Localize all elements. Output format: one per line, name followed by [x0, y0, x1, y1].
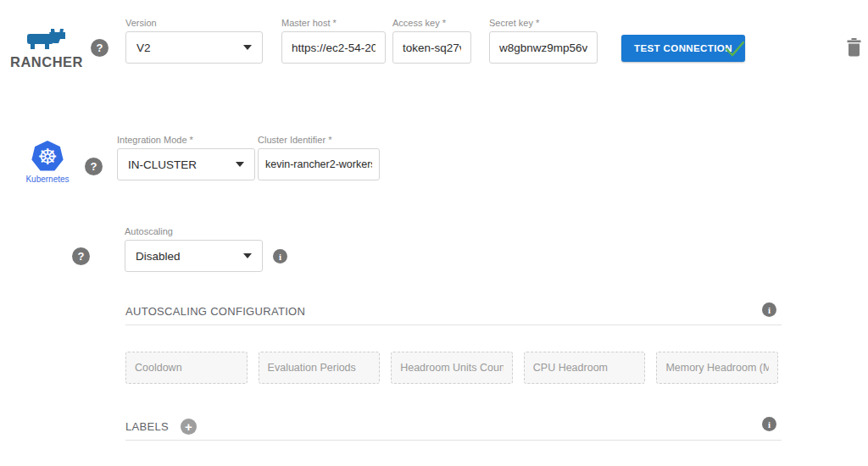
question-glyph: ? — [91, 160, 97, 173]
integration-mode-select[interactable]: IN-CLUSTER — [117, 148, 255, 180]
autoscaling-config-inputs-row — [125, 352, 778, 384]
kubernetes-logo-text: Kubernetes — [25, 175, 69, 184]
integration-config-page: RANCHER ? Version V2 Master host * Acces… — [0, 0, 868, 466]
access-key-input[interactable] — [392, 31, 471, 64]
delete-trash-icon[interactable] — [847, 38, 861, 57]
autoscaling-configuration-info-icon[interactable]: i — [762, 302, 776, 317]
autoscaling-configuration-title: AUTOSCALING CONFIGURATION — [125, 305, 305, 318]
chevron-down-icon — [243, 253, 252, 258]
master-host-field: Master host * — [281, 18, 386, 64]
kubernetes-heptagon-icon: ☸ — [31, 141, 64, 172]
version-select[interactable]: V2 — [125, 31, 263, 64]
labels-info-icon[interactable]: i — [762, 417, 776, 431]
cluster-identifier-label: Cluster Identifier * — [258, 135, 380, 145]
master-host-label: Master host * — [281, 18, 386, 28]
rancher-logo-text: RANCHER — [10, 54, 81, 70]
autoscaling-field: Autoscaling Disabled — [125, 226, 263, 272]
integration-mode-field: Integration Mode * IN-CLUSTER — [117, 135, 255, 180]
autoscaling-info-icon[interactable]: i — [273, 249, 287, 264]
secret-key-label: Secret key * — [489, 18, 598, 28]
integration-mode-label: Integration Mode * — [117, 135, 255, 145]
question-glyph: ? — [97, 42, 103, 54]
integration-mode-value: IN-CLUSTER — [128, 158, 197, 171]
info-glyph: i — [768, 305, 771, 315]
autoscaling-help-icon[interactable]: ? — [72, 247, 90, 265]
info-glyph: i — [279, 252, 281, 262]
labels-header: LABELS + — [125, 419, 197, 435]
version-field: Version V2 — [125, 18, 263, 64]
rancher-bull-icon — [25, 29, 66, 50]
success-check-icon — [725, 41, 745, 57]
access-key-field: Access key * — [392, 18, 471, 64]
kubernetes-logo: ☸ Kubernetes — [15, 141, 80, 184]
master-host-input[interactable] — [281, 31, 386, 64]
cpu-headroom-input — [524, 352, 646, 384]
question-glyph: ? — [78, 250, 85, 263]
rancher-logo: RANCHER — [10, 29, 81, 70]
cluster-identifier-field: Cluster Identifier * — [258, 135, 380, 180]
autoscaling-value: Disabled — [136, 250, 181, 263]
autoscaling-label: Autoscaling — [125, 226, 263, 236]
info-glyph: i — [768, 419, 771, 430]
memory-headroom-input — [656, 352, 778, 384]
chevron-down-icon — [243, 45, 252, 50]
version-value: V2 — [136, 42, 151, 54]
section-divider — [125, 325, 782, 325]
autoscaling-select[interactable]: Disabled — [125, 240, 263, 272]
chevron-down-icon — [236, 162, 244, 167]
version-label: Version — [125, 18, 263, 28]
kubernetes-wheel-glyph: ☸ — [37, 146, 57, 168]
evaluation-periods-input — [259, 352, 381, 384]
headroom-units-count-input — [391, 352, 513, 384]
secret-key-input[interactable] — [489, 31, 598, 64]
cluster-identifier-input[interactable] — [258, 148, 380, 180]
secret-key-field: Secret key * — [489, 18, 598, 64]
rancher-help-icon[interactable]: ? — [91, 39, 108, 57]
plus-glyph: + — [185, 420, 192, 433]
add-label-button[interactable]: + — [181, 419, 197, 435]
access-key-label: Access key * — [392, 18, 471, 28]
section-divider — [125, 440, 782, 441]
kubernetes-help-icon[interactable]: ? — [85, 158, 103, 175]
cooldown-input — [125, 352, 248, 384]
labels-title: LABELS — [125, 420, 169, 433]
